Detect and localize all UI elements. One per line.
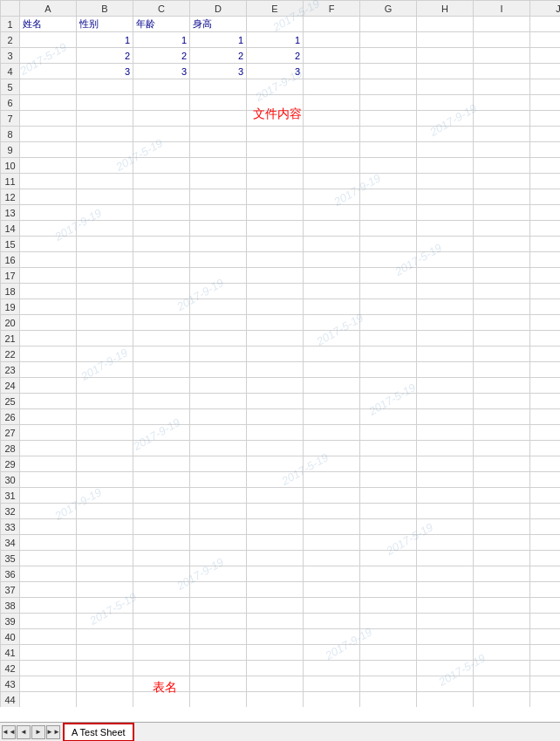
cell-1-G[interactable] [360, 17, 417, 32]
cell-35-H[interactable] [417, 551, 474, 566]
cell-43-A[interactable] [20, 676, 77, 692]
cell-34-J[interactable] [530, 535, 561, 551]
cell-30-J[interactable] [530, 472, 561, 488]
cell-7-B[interactable] [77, 111, 133, 127]
cell-39-I[interactable] [474, 614, 530, 629]
cell-14-D[interactable] [190, 221, 247, 237]
table-row[interactable]: 43333 [1, 64, 561, 79]
cell-3-G[interactable] [360, 48, 417, 64]
cell-30-C[interactable] [133, 472, 190, 488]
cell-4-G[interactable] [360, 64, 417, 79]
cell-35-B[interactable] [77, 551, 133, 566]
cell-38-E[interactable] [247, 598, 304, 614]
cell-27-H[interactable] [417, 425, 474, 441]
cell-26-H[interactable] [417, 409, 474, 425]
cell-6-H[interactable] [417, 95, 474, 111]
cell-27-E[interactable] [247, 425, 304, 441]
cell-21-J[interactable] [530, 331, 561, 346]
cell-32-B[interactable] [77, 504, 133, 519]
cell-40-I[interactable] [474, 629, 530, 645]
cell-2-C[interactable]: 1 [133, 32, 190, 48]
cell-41-F[interactable] [304, 645, 360, 661]
cell-30-F[interactable] [304, 472, 360, 488]
cell-6-G[interactable] [360, 95, 417, 111]
cell-18-C[interactable] [133, 284, 190, 299]
cell-40-D[interactable] [190, 629, 247, 645]
cell-23-D[interactable] [190, 362, 247, 378]
cell-11-D[interactable] [190, 174, 247, 189]
cell-12-A[interactable] [20, 189, 77, 205]
cell-19-D[interactable] [190, 299, 247, 315]
cell-31-C[interactable] [133, 488, 190, 504]
cell-1-J[interactable] [530, 17, 561, 32]
cell-34-I[interactable] [474, 535, 530, 551]
cell-10-F[interactable] [304, 158, 360, 174]
cell-9-E[interactable] [247, 142, 304, 158]
cell-30-H[interactable] [417, 472, 474, 488]
cell-4-J[interactable] [530, 64, 561, 79]
cell-9-C[interactable] [133, 142, 190, 158]
cell-2-B[interactable]: 1 [77, 32, 133, 48]
cell-18-A[interactable] [20, 284, 77, 299]
cell-20-D[interactable] [190, 315, 247, 331]
cell-35-A[interactable] [20, 551, 77, 566]
cell-35-E[interactable] [247, 551, 304, 566]
cell-22-C[interactable] [133, 346, 190, 362]
cell-1-F[interactable] [304, 17, 360, 32]
cell-19-G[interactable] [360, 299, 417, 315]
cell-18-F[interactable] [304, 284, 360, 299]
nav-last-button[interactable]: ►► [46, 725, 60, 739]
cell-27-I[interactable] [474, 425, 530, 441]
table-row[interactable]: 36 [1, 566, 561, 582]
cell-10-J[interactable] [530, 158, 561, 174]
cell-11-A[interactable] [20, 174, 77, 189]
cell-23-H[interactable] [417, 362, 474, 378]
cell-5-J[interactable] [530, 79, 561, 95]
cell-17-E[interactable] [247, 268, 304, 284]
cell-17-D[interactable] [190, 268, 247, 284]
cell-20-J[interactable] [530, 315, 561, 331]
cell-28-C[interactable] [133, 441, 190, 456]
cell-7-H[interactable] [417, 111, 474, 127]
cell-16-A[interactable] [20, 252, 77, 268]
cell-40-A[interactable] [20, 629, 77, 645]
cell-23-G[interactable] [360, 362, 417, 378]
cell-12-F[interactable] [304, 189, 360, 205]
table-row[interactable]: 15 [1, 237, 561, 252]
cell-28-H[interactable] [417, 441, 474, 456]
cell-21-F[interactable] [304, 331, 360, 346]
cell-13-E[interactable] [247, 205, 304, 221]
cell-17-G[interactable] [360, 268, 417, 284]
table-row[interactable]: 18 [1, 284, 561, 299]
cell-32-A[interactable] [20, 504, 77, 519]
cell-25-A[interactable] [20, 394, 77, 409]
table-row[interactable]: 21111 [1, 32, 561, 48]
cell-25-H[interactable] [417, 394, 474, 409]
table-row[interactable]: 29 [1, 456, 561, 472]
cell-38-D[interactable] [190, 598, 247, 614]
cell-38-C[interactable] [133, 598, 190, 614]
cell-13-H[interactable] [417, 205, 474, 221]
cell-16-H[interactable] [417, 252, 474, 268]
cell-17-C[interactable] [133, 268, 190, 284]
table-row[interactable]: 10 [1, 158, 561, 174]
cell-25-B[interactable] [77, 394, 133, 409]
cell-12-B[interactable] [77, 189, 133, 205]
cell-32-G[interactable] [360, 504, 417, 519]
cell-15-F[interactable] [304, 237, 360, 252]
cell-11-E[interactable] [247, 174, 304, 189]
cell-18-J[interactable] [530, 284, 561, 299]
cell-25-F[interactable] [304, 394, 360, 409]
cell-5-E[interactable] [247, 79, 304, 95]
cell-31-F[interactable] [304, 488, 360, 504]
cell-40-H[interactable] [417, 629, 474, 645]
cell-28-B[interactable] [77, 441, 133, 456]
cell-16-D[interactable] [190, 252, 247, 268]
cell-8-A[interactable] [20, 127, 77, 142]
cell-40-B[interactable] [77, 629, 133, 645]
cell-42-D[interactable] [190, 661, 247, 676]
cell-35-I[interactable] [474, 551, 530, 566]
cell-3-D[interactable]: 2 [190, 48, 247, 64]
cell-31-G[interactable] [360, 488, 417, 504]
cell-40-E[interactable] [247, 629, 304, 645]
